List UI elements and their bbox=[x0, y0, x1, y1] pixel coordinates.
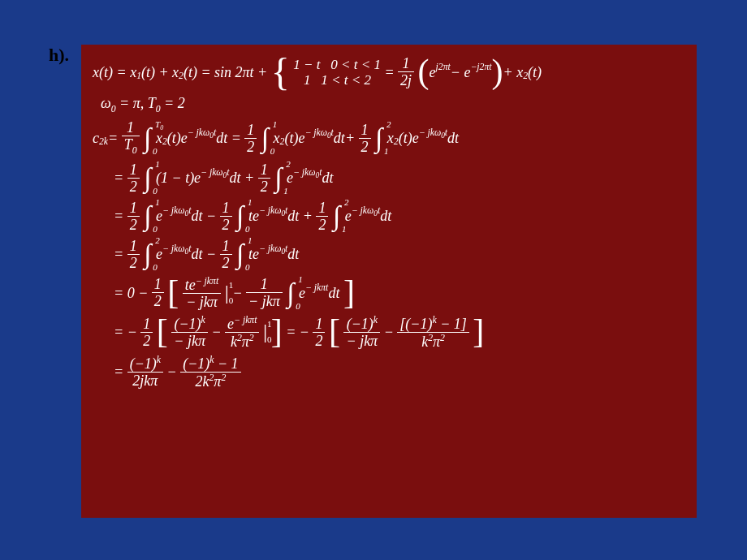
equation-line-1: x(t) = x1(t) + x2(t) = sin 2πt + { 1 − t… bbox=[93, 54, 689, 89]
den: 2 bbox=[244, 138, 257, 154]
right-paren-icon: ) bbox=[492, 57, 503, 88]
equation-line-9: = (−1)k2jkπ − (−1)k − 12k2π2 bbox=[114, 355, 689, 389]
left-bracket-icon: [ bbox=[329, 317, 340, 347]
text: (t) = sin 2πt + bbox=[184, 65, 267, 80]
num: 1 bbox=[398, 56, 414, 71]
fraction: (−1)k − 12k2π2 bbox=[180, 355, 240, 389]
left-brace-icon: { bbox=[271, 54, 290, 89]
sup: −j2πt bbox=[470, 62, 491, 72]
fraction: (−1)k− jkπ bbox=[343, 316, 380, 348]
fraction: 1T0 bbox=[122, 120, 140, 155]
right-bracket-icon: ] bbox=[343, 278, 355, 308]
eval-bar-icon: |10 bbox=[263, 321, 267, 342]
text: x(t) = x bbox=[93, 65, 136, 80]
left-bracket-icon: [ bbox=[157, 317, 168, 347]
sub: 0 bbox=[132, 145, 137, 156]
integral-icon: ∫21 bbox=[375, 123, 382, 153]
text: (t)e bbox=[167, 131, 188, 145]
den: 2j bbox=[398, 71, 414, 88]
text: (t) bbox=[528, 65, 542, 80]
fraction: 12 bbox=[127, 162, 140, 194]
integral-icon: ∫10 bbox=[236, 239, 244, 269]
den: T bbox=[124, 136, 132, 153]
equation-line-2: ω0 = π, T0 = 2 bbox=[101, 96, 689, 114]
fraction: (−1)k2jkπ bbox=[127, 355, 163, 388]
piecewise: 1 − t 0 < t < 1 1 1 < t < 2 bbox=[293, 56, 381, 88]
integral-icon: ∫10 bbox=[236, 200, 244, 231]
sub: 2k bbox=[99, 137, 108, 148]
integral-icon: ∫10 bbox=[144, 200, 151, 231]
left-bracket-icon: [ bbox=[167, 278, 179, 308]
text: ω bbox=[101, 95, 111, 111]
eval-bar-icon: |10 bbox=[225, 282, 229, 304]
fraction: [(−1)k − 1]k2π2 bbox=[397, 316, 468, 349]
text: c bbox=[93, 131, 99, 145]
fraction: te− jkπt− jkπ bbox=[183, 277, 221, 309]
integral-icon: ∫10 bbox=[261, 123, 269, 153]
text: (t) + x bbox=[141, 65, 179, 80]
fraction: 12 bbox=[244, 123, 257, 154]
left-paren-icon: ( bbox=[418, 57, 430, 88]
text: + bbox=[345, 131, 355, 145]
num: 1 bbox=[122, 120, 140, 136]
fraction: 12j bbox=[398, 56, 414, 88]
fraction: e− jkπtk2π2 bbox=[225, 316, 259, 349]
equation-line-5: = 12 ∫10 e− jkω0tdt − 12 ∫10 te− jkω0tdt… bbox=[114, 200, 689, 232]
equation-line-3: c2k = 1T0 ∫T00 x2(t)e− jkω0tdt = 12 ∫10 … bbox=[93, 120, 689, 155]
integral-icon: ∫10 bbox=[287, 278, 294, 308]
text: dt = bbox=[216, 131, 241, 145]
text: x bbox=[156, 131, 162, 145]
integral-icon: ∫20 bbox=[144, 239, 151, 269]
num: 1 bbox=[244, 123, 257, 138]
fraction: (−1)k− jkπ bbox=[171, 316, 208, 348]
text: = π, T bbox=[116, 95, 156, 111]
text: 1 < t < 2 bbox=[321, 72, 371, 88]
text: = bbox=[114, 170, 123, 185]
right-bracket-icon: ] bbox=[473, 317, 484, 347]
text: 1 − t bbox=[293, 57, 320, 72]
integral-icon: ∫T00 bbox=[144, 123, 151, 153]
text: 1 bbox=[304, 72, 311, 88]
text: = bbox=[108, 131, 118, 145]
sup: j2πt bbox=[436, 62, 451, 72]
equation-line-7: = 0 − 12 [ te− jkπt− jkπ |10 − 1− jkπ ∫1… bbox=[114, 277, 689, 309]
text: = 2 bbox=[161, 95, 185, 111]
fraction: 12 bbox=[258, 162, 270, 194]
math-derivation: x(t) = x1(t) + x2(t) = sin 2πt + { 1 − t… bbox=[81, 45, 697, 518]
integral-icon: ∫21 bbox=[274, 162, 282, 193]
equation-line-8: = − 12 [ (−1)k− jkπ − e− jkπtk2π2 |10 ] … bbox=[114, 316, 689, 349]
right-bracket-icon: ] bbox=[271, 317, 283, 347]
text: 0 < t < 1 bbox=[330, 57, 381, 72]
text: + x bbox=[503, 65, 524, 80]
integral-icon: ∫21 bbox=[333, 200, 340, 231]
equation-line-6: = 12 ∫20 e− jkω0tdt − 12 ∫10 te− jkω0tdt bbox=[114, 239, 689, 270]
integral-icon: ∫10 bbox=[144, 162, 151, 193]
item-label: h). bbox=[49, 45, 69, 66]
fraction: 12 bbox=[359, 123, 371, 154]
fraction: 1− jkπ bbox=[246, 277, 283, 308]
text: = bbox=[384, 65, 394, 80]
equation-line-4: = 12 ∫10 (1 − t)e− jkω0tdt + 12 ∫21 e− j… bbox=[114, 162, 689, 194]
